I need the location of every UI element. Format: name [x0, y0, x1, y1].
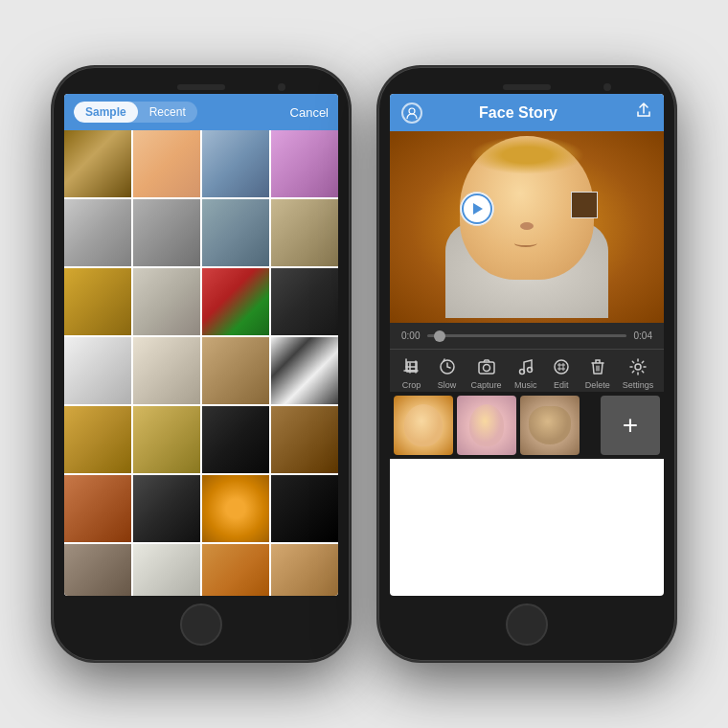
grid-item-tiger[interactable]: [64, 337, 131, 404]
progress-track[interactable]: [427, 334, 626, 337]
capture-icon: [475, 355, 498, 378]
phone-bottom-right: [390, 596, 664, 649]
speaker-right: [503, 84, 551, 90]
filmstrip-thumb-1[interactable]: [394, 396, 453, 455]
grid-item-statue[interactable]: [202, 199, 269, 266]
grid-item-sheep[interactable]: [133, 337, 200, 404]
grid-item-pug[interactable]: [202, 337, 269, 404]
sample-grid: [64, 130, 338, 596]
grid-item-david[interactable]: [271, 199, 338, 266]
story-header: Face Story: [390, 94, 664, 131]
svg-point-8: [635, 364, 641, 370]
phone-top-bar-right: [390, 79, 664, 94]
grid-item-lion[interactable]: [64, 406, 131, 473]
tool-music[interactable]: Music: [514, 355, 537, 390]
speaker-left: [177, 84, 225, 90]
tool-capture[interactable]: Capture: [471, 355, 502, 390]
music-icon: [514, 355, 537, 378]
tab-recent[interactable]: Recent: [138, 102, 197, 123]
home-button-right[interactable]: [506, 603, 548, 646]
filmstrip: +: [390, 392, 664, 459]
grid-item-tiger2[interactable]: [202, 544, 269, 596]
tool-settings[interactable]: Settings: [623, 355, 654, 390]
svg-point-4: [483, 365, 489, 372]
cancel-button[interactable]: Cancel: [290, 105, 329, 120]
grid-item-mona[interactable]: [64, 130, 131, 197]
settings-icon: [626, 355, 649, 378]
grid-item-panda[interactable]: [271, 337, 338, 404]
edit-icon: [550, 355, 573, 378]
time-start: 0:00: [401, 330, 420, 341]
grid-item-face1[interactable]: [64, 199, 131, 266]
picker-header: Sample Recent Cancel: [64, 94, 338, 130]
tab-sample[interactable]: Sample: [74, 102, 138, 123]
video-background: [390, 131, 664, 323]
delete-label: Delete: [585, 380, 610, 390]
timeline-bar: 0:00 0:04: [390, 323, 664, 349]
grid-item-baby[interactable]: [133, 130, 200, 197]
slow-label: Slow: [438, 380, 457, 390]
add-clip-button[interactable]: +: [601, 396, 660, 455]
progress-thumb[interactable]: [434, 330, 445, 342]
grid-item-horse[interactable]: [271, 406, 338, 473]
grid-item-buddha[interactable]: [64, 268, 131, 335]
slow-icon: [436, 355, 459, 378]
capture-label: Capture: [471, 380, 502, 390]
right-eye: [571, 192, 598, 218]
grid-item-flower[interactable]: [202, 475, 269, 542]
grid-item-cherub[interactable]: [133, 268, 200, 335]
grid-item-cat[interactable]: [64, 544, 131, 596]
crop-icon: [400, 355, 423, 378]
time-end: 0:04: [634, 330, 652, 341]
grid-item-guinea[interactable]: [64, 475, 131, 542]
delete-icon: [586, 355, 609, 378]
grid-item-cry[interactable]: [271, 130, 338, 197]
grid-item-gorilla[interactable]: [133, 475, 200, 542]
tab-group: Sample Recent: [74, 102, 197, 123]
toolbar: Crop Slow: [390, 349, 664, 392]
grid-item-bear[interactable]: [271, 544, 338, 596]
svg-point-5: [519, 370, 524, 375]
filmstrip-thumb-3[interactable]: [520, 396, 580, 455]
camera-dot-right: [603, 83, 611, 91]
share-button[interactable]: [635, 102, 652, 124]
grid-item-black-dog[interactable]: [202, 406, 269, 473]
grid-item-face2[interactable]: [133, 199, 200, 266]
grid-item-white-sheep[interactable]: [133, 544, 200, 596]
phone-top-bar-left: [64, 79, 338, 94]
svg-point-7: [555, 360, 568, 374]
left-phone-screen: Sample Recent Cancel: [64, 94, 338, 596]
grid-item-child[interactable]: [202, 130, 269, 197]
grid-item-blackface[interactable]: [271, 268, 338, 335]
right-phone-screen: Face Story: [390, 94, 664, 596]
filmstrip-thumb-2[interactable]: [457, 396, 516, 455]
home-button-left[interactable]: [180, 603, 222, 646]
phone-bottom-left: [64, 596, 338, 649]
svg-point-6: [527, 368, 532, 373]
share-icon: [635, 102, 652, 119]
tool-crop[interactable]: Crop: [400, 355, 423, 390]
grid-item-leopard[interactable]: [133, 406, 200, 473]
left-eye: [460, 192, 494, 226]
tool-delete[interactable]: Delete: [585, 355, 610, 390]
grid-item-santa[interactable]: [202, 268, 269, 335]
play-triangle-icon: [473, 203, 483, 215]
play-button[interactable]: [462, 193, 492, 224]
video-container[interactable]: [390, 131, 664, 323]
left-phone: Sample Recent Cancel: [53, 67, 350, 661]
add-plus-icon: +: [623, 412, 638, 439]
music-label: Music: [514, 380, 537, 390]
edit-label: Edit: [554, 380, 569, 390]
crop-label: Crop: [402, 380, 421, 390]
right-phone: Face Story: [378, 67, 675, 661]
camera-dot-left: [278, 83, 285, 91]
story-title: Face Story: [409, 104, 627, 122]
grid-item-black-cat[interactable]: [271, 475, 338, 542]
settings-label: Settings: [623, 380, 654, 390]
tool-slow[interactable]: Slow: [436, 355, 459, 390]
tool-edit[interactable]: Edit: [550, 355, 573, 390]
